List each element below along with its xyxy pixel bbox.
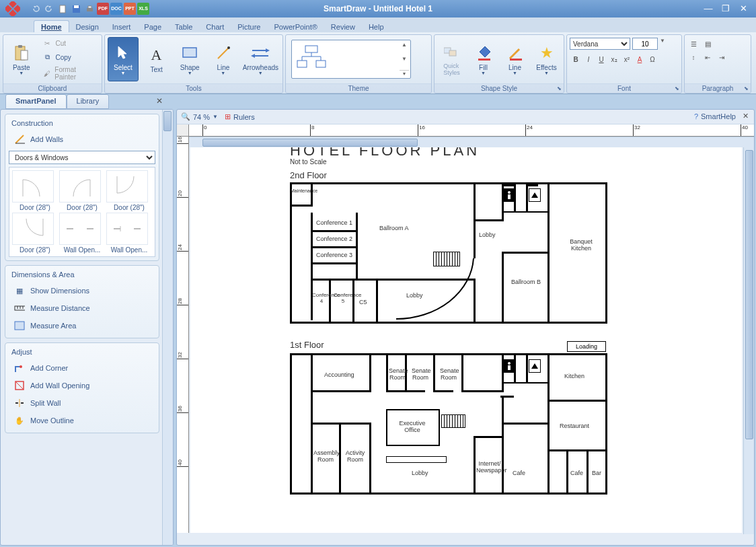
gallery-item[interactable]: Door (28") bbox=[12, 213, 58, 254]
gallery-item[interactable]: Door (28") bbox=[59, 170, 105, 211]
super-button[interactable]: x² bbox=[621, 54, 633, 65]
italic-button[interactable]: I bbox=[582, 54, 595, 65]
shape-button[interactable]: Shape ▼ bbox=[174, 37, 205, 81]
panel-tab-smartpanel[interactable]: SmartPanel bbox=[5, 94, 67, 109]
scroll-down-icon[interactable]: ▼ bbox=[400, 56, 409, 62]
quick-styles-button[interactable]: Quick Styles bbox=[437, 37, 466, 81]
building-2nd-floor[interactable]: Maintenance Ballroom A Lobby Lobby Confe… bbox=[290, 182, 607, 324]
tab-help[interactable]: Help bbox=[362, 21, 391, 32]
building-1st-floor[interactable]: Accounting Senate Room Senate Room Senat… bbox=[290, 353, 607, 495]
font-color-button[interactable]: A bbox=[634, 54, 646, 65]
outdent-button[interactable]: ⇤ bbox=[702, 52, 714, 63]
canvas-scrollbar-horizontal[interactable] bbox=[189, 137, 754, 147]
expand-gallery-icon[interactable]: ▾ bbox=[400, 70, 409, 77]
doors-windows-select[interactable]: Doors & Windows bbox=[9, 151, 155, 164]
arrowheads-button[interactable]: Arrowheads ▼ bbox=[241, 37, 280, 81]
format-painter-button[interactable]: 🖌Format Painter bbox=[39, 65, 99, 82]
cut-button[interactable]: ✂Cut bbox=[39, 36, 99, 50]
chevron-down-icon[interactable]: ▼ bbox=[213, 114, 218, 120]
add-walls-button[interactable]: Add Walls bbox=[9, 131, 155, 148]
move-outline-button[interactable]: ✋Move Outline bbox=[9, 412, 155, 429]
dialog-launcher-icon[interactable]: ⬊ bbox=[744, 85, 749, 92]
redo-icon[interactable] bbox=[43, 3, 55, 15]
font-size-input[interactable] bbox=[632, 38, 658, 50]
line-spacing-button[interactable]: ↕ bbox=[687, 52, 700, 63]
symbol-button[interactable]: Ω bbox=[646, 54, 658, 65]
new-icon[interactable] bbox=[56, 3, 69, 15]
ppt-icon[interactable]: PPT bbox=[124, 3, 136, 15]
split-wall-button[interactable]: Split Wall bbox=[9, 394, 155, 412]
add-wall-opening-button[interactable]: Add Wall Opening bbox=[9, 377, 155, 394]
section-dimensions: Dimensions & Area ▦Show Dimensions Measu… bbox=[5, 265, 159, 338]
dialog-launcher-icon[interactable]: ⬊ bbox=[557, 85, 562, 92]
paste-button[interactable]: Paste ▼ bbox=[6, 37, 36, 81]
ruler-vertical[interactable]: 16 20 24 28 32 36 40 bbox=[177, 137, 189, 533]
effects-button[interactable]: ★ Effects ▼ bbox=[532, 37, 561, 81]
select-button[interactable]: Select ▼ bbox=[108, 37, 139, 81]
rulers-toggle[interactable]: ⊞ Rulers bbox=[225, 112, 255, 121]
gallery-item[interactable]: Wall Open... bbox=[106, 213, 152, 254]
panel-tab-library[interactable]: Library bbox=[67, 94, 110, 109]
xls-icon[interactable]: XLS bbox=[137, 3, 149, 15]
canvas-page[interactable]: HOTEL FLOOR PLAN Not to Scale 2nd Floor bbox=[190, 138, 742, 533]
tab-home[interactable]: Home bbox=[34, 20, 69, 32]
group-shape-style: Quick Styles Fill ▼ Line ▼ ★ Effects ▼ S… bbox=[434, 34, 564, 94]
dialog-launcher-icon[interactable]: ⬊ bbox=[675, 85, 679, 92]
copy-button[interactable]: ⧉Copy bbox=[39, 50, 99, 64]
canvas-scrollbar-vertical[interactable] bbox=[743, 137, 754, 534]
line-style-button[interactable]: Line ▼ bbox=[500, 37, 529, 81]
bullets-button[interactable]: ☰ bbox=[687, 39, 700, 50]
indent-button[interactable]: ⇥ bbox=[716, 52, 728, 63]
gallery-item[interactable]: Door (28") bbox=[12, 170, 58, 211]
smarthelp-link[interactable]: ? SmartHelp ✕ bbox=[694, 112, 749, 120]
tab-review[interactable]: Review bbox=[324, 21, 362, 32]
measure-distance-button[interactable]: Measure Distance bbox=[9, 299, 155, 317]
underline-button[interactable]: U bbox=[595, 54, 607, 65]
app-logo[interactable] bbox=[3, 0, 23, 17]
scroll-up-icon[interactable]: ▲ bbox=[400, 42, 409, 48]
pdf-icon[interactable]: PDF bbox=[97, 3, 109, 15]
add-corner-button[interactable]: Add Corner bbox=[9, 359, 155, 377]
undo-icon[interactable] bbox=[30, 3, 42, 15]
save-icon[interactable] bbox=[70, 3, 82, 15]
print-icon[interactable] bbox=[83, 3, 96, 15]
font-name-select[interactable]: Verdana bbox=[570, 38, 630, 50]
gallery-item[interactable]: Wall Open... bbox=[59, 213, 105, 254]
tab-picture[interactable]: Picture bbox=[231, 21, 267, 32]
show-dimensions-button[interactable]: ▦Show Dimensions bbox=[9, 282, 155, 299]
chevron-down-icon: ▼ bbox=[19, 71, 24, 75]
gallery-item[interactable]: Door (28") bbox=[106, 170, 152, 211]
fill-button[interactable]: Fill ▼ bbox=[469, 37, 498, 81]
svg-point-48 bbox=[508, 362, 511, 365]
close-help-icon[interactable]: ✕ bbox=[743, 112, 749, 120]
close-button[interactable]: ✕ bbox=[737, 4, 749, 13]
tab-table[interactable]: Table bbox=[168, 21, 199, 32]
strike-button[interactable]: x₂ bbox=[608, 54, 620, 65]
ruler-corner bbox=[177, 124, 189, 137]
line-button[interactable]: Line ▼ bbox=[208, 37, 239, 81]
restore-button[interactable]: ❐ bbox=[720, 4, 732, 13]
align-button[interactable]: ▤ bbox=[702, 39, 714, 50]
bold-button[interactable]: B bbox=[570, 54, 582, 65]
tab-chart[interactable]: Chart bbox=[199, 21, 231, 32]
panel-scrollbar[interactable] bbox=[162, 110, 173, 545]
line-icon bbox=[214, 44, 233, 63]
zoom-control[interactable]: 🔍 74 % ▼ bbox=[181, 112, 218, 121]
theme-gallery[interactable]: ▲ ▼ ▾ bbox=[291, 40, 411, 79]
floor-2-label: 2nd Floor bbox=[290, 170, 327, 180]
tab-page[interactable]: Page bbox=[137, 21, 168, 32]
measure-area-button[interactable]: Measure Area bbox=[9, 317, 155, 334]
tab-design[interactable]: Design bbox=[69, 21, 106, 32]
quick-access-toolbar: PDF DOC PPT XLS bbox=[30, 3, 149, 15]
tab-powerpoint[interactable]: PowerPoint® bbox=[267, 21, 324, 32]
ruler-horizontal[interactable]: 0 8 16 24 32 40 bbox=[189, 124, 754, 137]
doc-icon[interactable]: DOC bbox=[110, 3, 122, 15]
minimize-button[interactable]: — bbox=[702, 4, 714, 13]
font-size-dropdown-icon[interactable]: ▼ bbox=[660, 38, 665, 50]
group-font: Verdana ▼ B I U x₂ x² A Ω Font⬊ bbox=[566, 34, 682, 94]
drawing-sheet[interactable]: HOTEL FLOOR PLAN Not to Scale 2nd Floor bbox=[190, 138, 742, 533]
text-button[interactable]: A Text bbox=[141, 37, 172, 81]
panel-close-button[interactable]: ✕ bbox=[156, 96, 163, 106]
tab-insert[interactable]: Insert bbox=[106, 21, 138, 32]
styles-icon bbox=[443, 42, 461, 61]
